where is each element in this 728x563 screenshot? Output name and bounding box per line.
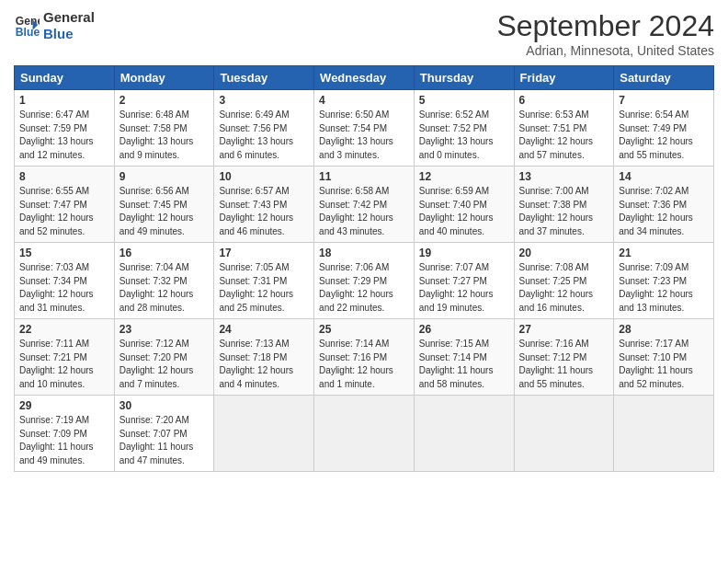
day-number-26: 26 <box>419 323 509 336</box>
day-number-29: 29 <box>19 399 109 412</box>
empty-cell <box>514 396 614 472</box>
day-cell-13: 13Sunrise: 7:00 AM Sunset: 7:38 PM Dayli… <box>514 167 614 243</box>
day-cell-15: 15Sunrise: 7:03 AM Sunset: 7:34 PM Dayli… <box>15 243 115 319</box>
col-header-tuesday: Tuesday <box>214 66 314 90</box>
day-cell-26: 26Sunrise: 7:15 AM Sunset: 7:14 PM Dayli… <box>414 319 514 396</box>
day-number-25: 25 <box>319 323 409 336</box>
day-cell-18: 18Sunrise: 7:06 AM Sunset: 7:29 PM Dayli… <box>314 243 415 319</box>
day-cell-14: 14Sunrise: 7:02 AM Sunset: 7:36 PM Dayli… <box>614 167 714 243</box>
svg-text:Blue: Blue <box>16 26 40 39</box>
day-number-1: 1 <box>19 94 109 107</box>
day-info-21: Sunrise: 7:09 AM Sunset: 7:23 PM Dayligh… <box>619 261 709 315</box>
logo-line2: Blue <box>43 26 95 42</box>
day-info-1: Sunrise: 6:47 AM Sunset: 7:59 PM Dayligh… <box>19 109 109 162</box>
day-number-28: 28 <box>619 323 709 336</box>
location-title: Adrian, Minnesota, United States <box>496 43 714 58</box>
day-number-23: 23 <box>119 323 210 336</box>
day-info-16: Sunrise: 7:04 AM Sunset: 7:32 PM Dayligh… <box>119 261 210 315</box>
day-cell-4: 4Sunrise: 6:50 AM Sunset: 7:54 PM Daylig… <box>314 90 415 167</box>
day-info-27: Sunrise: 7:16 AM Sunset: 7:12 PM Dayligh… <box>519 338 609 391</box>
day-number-27: 27 <box>519 323 609 336</box>
day-info-12: Sunrise: 6:59 AM Sunset: 7:40 PM Dayligh… <box>419 185 509 238</box>
day-cell-10: 10Sunrise: 6:57 AM Sunset: 7:43 PM Dayli… <box>214 167 314 243</box>
day-info-15: Sunrise: 7:03 AM Sunset: 7:34 PM Dayligh… <box>19 261 109 315</box>
day-number-22: 22 <box>19 323 109 336</box>
logo-icon: General Blue <box>14 13 40 39</box>
day-info-13: Sunrise: 7:00 AM Sunset: 7:38 PM Dayligh… <box>519 185 609 238</box>
day-info-23: Sunrise: 7:12 AM Sunset: 7:20 PM Dayligh… <box>119 338 210 391</box>
day-info-11: Sunrise: 6:58 AM Sunset: 7:42 PM Dayligh… <box>319 185 409 238</box>
day-info-6: Sunrise: 6:53 AM Sunset: 7:51 PM Dayligh… <box>519 109 609 162</box>
day-info-14: Sunrise: 7:02 AM Sunset: 7:36 PM Dayligh… <box>619 185 709 238</box>
day-cell-7: 7Sunrise: 6:54 AM Sunset: 7:49 PM Daylig… <box>614 90 714 167</box>
day-info-17: Sunrise: 7:05 AM Sunset: 7:31 PM Dayligh… <box>219 261 309 315</box>
col-header-sunday: Sunday <box>15 66 115 90</box>
day-cell-25: 25Sunrise: 7:14 AM Sunset: 7:16 PM Dayli… <box>314 319 415 396</box>
day-info-24: Sunrise: 7:13 AM Sunset: 7:18 PM Dayligh… <box>219 338 309 391</box>
day-cell-29: 29Sunrise: 7:19 AM Sunset: 7:09 PM Dayli… <box>15 396 115 472</box>
empty-cell <box>414 396 514 472</box>
header: General Blue General Blue September 2024… <box>14 9 714 58</box>
col-header-monday: Monday <box>114 66 214 90</box>
day-number-17: 17 <box>219 247 309 259</box>
empty-cell <box>214 396 314 472</box>
day-number-13: 13 <box>519 170 609 183</box>
calendar-table: SundayMondayTuesdayWednesdayThursdayFrid… <box>14 65 714 472</box>
day-info-4: Sunrise: 6:50 AM Sunset: 7:54 PM Dayligh… <box>319 109 409 162</box>
day-number-9: 9 <box>119 170 210 183</box>
day-info-22: Sunrise: 7:11 AM Sunset: 7:21 PM Dayligh… <box>19 338 109 391</box>
day-info-25: Sunrise: 7:14 AM Sunset: 7:16 PM Dayligh… <box>319 338 409 391</box>
day-number-7: 7 <box>619 94 709 107</box>
day-number-12: 12 <box>419 170 509 183</box>
day-info-5: Sunrise: 6:52 AM Sunset: 7:52 PM Dayligh… <box>419 109 509 162</box>
day-cell-17: 17Sunrise: 7:05 AM Sunset: 7:31 PM Dayli… <box>214 243 314 319</box>
day-cell-8: 8Sunrise: 6:55 AM Sunset: 7:47 PM Daylig… <box>15 167 115 243</box>
day-info-10: Sunrise: 6:57 AM Sunset: 7:43 PM Dayligh… <box>219 185 309 238</box>
day-number-2: 2 <box>119 94 210 107</box>
day-info-3: Sunrise: 6:49 AM Sunset: 7:56 PM Dayligh… <box>219 109 309 162</box>
month-title: September 2024 <box>496 9 714 43</box>
day-number-20: 20 <box>519 247 609 259</box>
day-info-19: Sunrise: 7:07 AM Sunset: 7:27 PM Dayligh… <box>419 261 509 315</box>
day-number-16: 16 <box>119 247 210 259</box>
empty-cell <box>314 396 415 472</box>
day-number-30: 30 <box>119 399 210 412</box>
day-info-8: Sunrise: 6:55 AM Sunset: 7:47 PM Dayligh… <box>19 185 109 238</box>
day-number-4: 4 <box>319 94 409 107</box>
day-cell-3: 3Sunrise: 6:49 AM Sunset: 7:56 PM Daylig… <box>214 90 314 167</box>
day-cell-12: 12Sunrise: 6:59 AM Sunset: 7:40 PM Dayli… <box>414 167 514 243</box>
logo-line1: General <box>43 9 95 26</box>
day-info-28: Sunrise: 7:17 AM Sunset: 7:10 PM Dayligh… <box>619 338 709 391</box>
day-cell-2: 2Sunrise: 6:48 AM Sunset: 7:58 PM Daylig… <box>114 90 214 167</box>
day-cell-30: 30Sunrise: 7:20 AM Sunset: 7:07 PM Dayli… <box>114 396 214 472</box>
day-cell-28: 28Sunrise: 7:17 AM Sunset: 7:10 PM Dayli… <box>614 319 714 396</box>
day-number-5: 5 <box>419 94 509 107</box>
day-number-24: 24 <box>219 323 309 336</box>
logo: General Blue General Blue <box>14 9 95 42</box>
day-number-8: 8 <box>19 170 109 183</box>
day-number-10: 10 <box>219 170 309 183</box>
day-number-21: 21 <box>619 247 709 259</box>
empty-cell <box>614 396 714 472</box>
day-number-18: 18 <box>319 247 409 259</box>
day-info-30: Sunrise: 7:20 AM Sunset: 7:07 PM Dayligh… <box>119 414 210 467</box>
day-cell-21: 21Sunrise: 7:09 AM Sunset: 7:23 PM Dayli… <box>614 243 714 319</box>
day-number-15: 15 <box>19 247 109 259</box>
col-header-friday: Friday <box>514 66 614 90</box>
day-number-14: 14 <box>619 170 709 183</box>
day-cell-6: 6Sunrise: 6:53 AM Sunset: 7:51 PM Daylig… <box>514 90 614 167</box>
day-cell-27: 27Sunrise: 7:16 AM Sunset: 7:12 PM Dayli… <box>514 319 614 396</box>
day-info-29: Sunrise: 7:19 AM Sunset: 7:09 PM Dayligh… <box>19 414 109 467</box>
day-info-2: Sunrise: 6:48 AM Sunset: 7:58 PM Dayligh… <box>119 109 210 162</box>
day-cell-1: 1Sunrise: 6:47 AM Sunset: 7:59 PM Daylig… <box>15 90 115 167</box>
day-cell-22: 22Sunrise: 7:11 AM Sunset: 7:21 PM Dayli… <box>15 319 115 396</box>
day-cell-11: 11Sunrise: 6:58 AM Sunset: 7:42 PM Dayli… <box>314 167 415 243</box>
day-number-11: 11 <box>319 170 409 183</box>
day-number-6: 6 <box>519 94 609 107</box>
day-cell-20: 20Sunrise: 7:08 AM Sunset: 7:25 PM Dayli… <box>514 243 614 319</box>
day-cell-19: 19Sunrise: 7:07 AM Sunset: 7:27 PM Dayli… <box>414 243 514 319</box>
day-number-19: 19 <box>419 247 509 259</box>
day-cell-5: 5Sunrise: 6:52 AM Sunset: 7:52 PM Daylig… <box>414 90 514 167</box>
col-header-wednesday: Wednesday <box>314 66 415 90</box>
col-header-saturday: Saturday <box>614 66 714 90</box>
